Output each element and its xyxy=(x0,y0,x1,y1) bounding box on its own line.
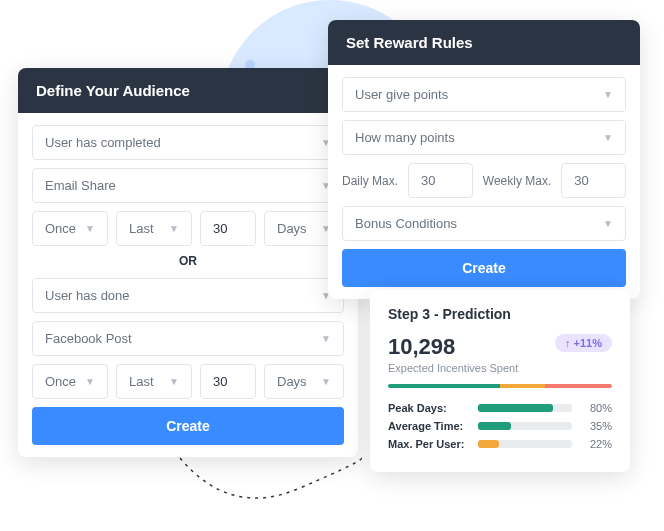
condition2-label: User has done xyxy=(45,288,130,303)
stat-track xyxy=(478,440,572,448)
timeframe1-select[interactable]: Last ▼ xyxy=(116,211,192,246)
action2-label: Facebook Post xyxy=(45,331,132,346)
chevron-down-icon: ▼ xyxy=(603,218,613,229)
prediction-title: Step 3 - Prediction xyxy=(388,306,612,322)
unit2-select[interactable]: Days ▼ xyxy=(264,364,344,399)
reward-card: Set Reward Rules User give points ▼ How … xyxy=(328,20,640,299)
prediction-number: 10,298 xyxy=(388,334,455,360)
chevron-down-icon: ▼ xyxy=(169,376,179,387)
reward-create-button[interactable]: Create xyxy=(342,249,626,287)
stat-value: 22% xyxy=(582,438,612,450)
stat-row: Average Time: 35% xyxy=(388,420,612,432)
unit1-label: Days xyxy=(277,221,307,236)
bonus-conditions-select[interactable]: Bonus Conditions ▼ xyxy=(342,206,626,241)
daily-max-label: Daily Max. xyxy=(342,174,398,188)
condition1-label: User has completed xyxy=(45,135,161,150)
timeframe2-select[interactable]: Last ▼ xyxy=(116,364,192,399)
chevron-down-icon: ▼ xyxy=(85,223,95,234)
chevron-down-icon: ▼ xyxy=(321,376,331,387)
stat-row: Peak Days: 80% xyxy=(388,402,612,414)
daily-max-input[interactable]: 30 xyxy=(408,163,473,198)
condition2-select[interactable]: User has done ▼ xyxy=(32,278,344,313)
reward-points-label: How many points xyxy=(355,130,455,145)
stat-value: 35% xyxy=(582,420,612,432)
reward-points-select[interactable]: How many points ▼ xyxy=(342,120,626,155)
prediction-badge: ↑ +11% xyxy=(555,334,612,352)
audience-card: Define Your Audience User has completed … xyxy=(18,68,358,457)
weekly-max-input[interactable]: 30 xyxy=(561,163,626,198)
chevron-down-icon: ▼ xyxy=(603,89,613,100)
action1-label: Email Share xyxy=(45,178,116,193)
timeframe2-label: Last xyxy=(129,374,154,389)
stat-value: 80% xyxy=(582,402,612,414)
chevron-down-icon: ▼ xyxy=(321,333,331,344)
prediction-sub: Expected Incentives Spent xyxy=(388,362,612,374)
stat-track xyxy=(478,404,572,412)
bonus-label: Bonus Conditions xyxy=(355,216,457,231)
freq2-label: Once xyxy=(45,374,76,389)
freq2-select[interactable]: Once ▼ xyxy=(32,364,108,399)
stat-label: Max. Per User: xyxy=(388,438,468,450)
audience-title: Define Your Audience xyxy=(18,68,358,113)
stat-label: Peak Days: xyxy=(388,402,468,414)
dotted-connector xyxy=(170,448,370,528)
chevron-down-icon: ▼ xyxy=(169,223,179,234)
unit2-label: Days xyxy=(277,374,307,389)
or-divider: OR xyxy=(32,254,344,268)
action2-select[interactable]: Facebook Post ▼ xyxy=(32,321,344,356)
value2-input[interactable]: 30 xyxy=(200,364,256,399)
value1-input[interactable]: 30 xyxy=(200,211,256,246)
chevron-down-icon: ▼ xyxy=(85,376,95,387)
prediction-card: Step 3 - Prediction 10,298 ↑ +11% Expect… xyxy=(370,290,630,472)
freq1-label: Once xyxy=(45,221,76,236)
condition1-select[interactable]: User has completed ▼ xyxy=(32,125,344,160)
weekly-max-label: Weekly Max. xyxy=(483,174,551,188)
timeframe1-label: Last xyxy=(129,221,154,236)
audience-create-button[interactable]: Create xyxy=(32,407,344,445)
action1-select[interactable]: Email Share ▼ xyxy=(32,168,344,203)
stat-label: Average Time: xyxy=(388,420,468,432)
stat-track xyxy=(478,422,572,430)
reward-title: Set Reward Rules xyxy=(328,20,640,65)
chevron-down-icon: ▼ xyxy=(603,132,613,143)
freq1-select[interactable]: Once ▼ xyxy=(32,211,108,246)
reward-rule-label: User give points xyxy=(355,87,448,102)
reward-rule-select[interactable]: User give points ▼ xyxy=(342,77,626,112)
stat-row: Max. Per User: 22% xyxy=(388,438,612,450)
prediction-segments xyxy=(388,384,612,388)
